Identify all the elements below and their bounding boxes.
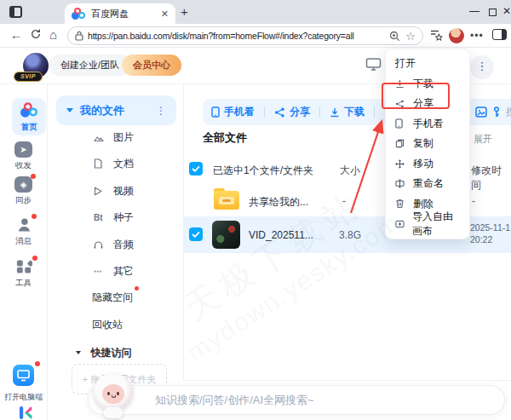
- context-menu: 打开 下载 分享 手机看 复制 移动 重命名 删除: [385, 49, 470, 239]
- bt-icon: Bt: [94, 213, 106, 222]
- workspaces-icon[interactable]: [9, 6, 22, 18]
- key-icon[interactable]: [493, 106, 500, 118]
- back-button[interactable]: ←: [10, 28, 22, 42]
- tools-grid-icon: [0, 258, 47, 275]
- document-icon: [94, 158, 106, 169]
- rail-item-open-pc[interactable]: 打开电脑端: [0, 365, 47, 403]
- search-input[interactable]: 搜: [506, 105, 511, 119]
- rail-item-home[interactable]: 首页: [12, 98, 46, 135]
- home-button[interactable]: ⌂: [49, 27, 57, 42]
- canvas-icon: [395, 220, 405, 228]
- split-screen-icon[interactable]: [492, 29, 507, 40]
- select-all-checkbox[interactable]: [189, 162, 203, 175]
- tab-close-icon[interactable]: ✕: [161, 9, 169, 20]
- k-app-logo-icon[interactable]: [18, 406, 33, 420]
- phone-icon: [211, 106, 220, 118]
- header-more-button[interactable]: ⋮: [470, 55, 494, 79]
- quick-access-arrow-icon[interactable]: [76, 351, 81, 354]
- rail-item-sync[interactable]: ◈ 同步: [0, 175, 47, 206]
- rail-item-tools[interactable]: 工具: [0, 258, 47, 289]
- menu-item-import-canvas[interactable]: 导入自由画布: [386, 214, 469, 234]
- window-minimize-button[interactable]: —: [469, 5, 479, 17]
- rail-item-messages[interactable]: 消息: [0, 216, 47, 247]
- window-maximize-button[interactable]: [489, 9, 497, 16]
- column-size[interactable]: 大小: [340, 164, 360, 178]
- sidebar-item-torrents[interactable]: Bt 种子: [94, 210, 134, 224]
- new-tab-button[interactable]: +: [181, 4, 188, 19]
- browser-profile-avatar[interactable]: [449, 28, 464, 43]
- collections-icon[interactable]: [429, 29, 443, 42]
- vip-center-button[interactable]: 会员中心: [122, 55, 181, 76]
- sync-notification-dot: [31, 174, 36, 179]
- tab-title: 百度网盘: [91, 8, 161, 20]
- send-receive-icon: ➤: [14, 141, 32, 158]
- menu-item-move[interactable]: 移动: [386, 154, 469, 175]
- tools-notification-dot: [32, 256, 37, 261]
- copy-icon: [395, 139, 405, 148]
- person-icon: [0, 216, 47, 233]
- rename-icon: [395, 179, 405, 188]
- sidebar-item-recycle-bin[interactable]: 回收站: [92, 316, 123, 332]
- browser-tab[interactable]: 百度网盘 ✕: [65, 3, 175, 24]
- menu-item-phone-view[interactable]: 手机看: [386, 114, 469, 135]
- sidebar-item-documents[interactable]: 文档: [94, 157, 134, 170]
- baidu-netdisk-window: 百度网盘 ✕ + — ✕ ← ⌂ https://pan.baidu.com/d…: [0, 0, 511, 420]
- rail-home-label: 首页: [12, 122, 46, 133]
- share-button[interactable]: 分享: [274, 105, 310, 119]
- row-checkbox-checked[interactable]: [189, 227, 203, 241]
- collapse-arrow-icon[interactable]: [66, 108, 73, 112]
- device-transfer-icon[interactable]: [365, 57, 382, 72]
- ai-mascot[interactable]: [92, 373, 138, 420]
- url-text[interactable]: https://pan.baidu.com/disk/main?from=hom…: [88, 31, 384, 41]
- sidebar-item-my-files[interactable]: 我的文件 ⋮: [56, 95, 176, 125]
- menu-item-rename[interactable]: 重命名: [386, 174, 469, 194]
- menu-item-copy[interactable]: 复制: [386, 134, 469, 154]
- image-view-icon[interactable]: [475, 106, 487, 118]
- sidebar-item-other[interactable]: ⋯ 其它: [94, 264, 134, 278]
- move-icon: [395, 159, 405, 169]
- messages-notification-dot: [32, 214, 37, 219]
- pc-client-notification-dot: [35, 361, 40, 366]
- zoom-page-icon[interactable]: [389, 31, 400, 42]
- browser-menu-icon[interactable]: •••: [470, 30, 484, 42]
- content-bottom-divider: [183, 380, 511, 381]
- video-thumbnail: [212, 221, 240, 249]
- reload-button[interactable]: [30, 28, 42, 40]
- phone-view-button[interactable]: 手机看: [211, 105, 255, 119]
- baidu-pan-logo-icon: [20, 102, 37, 118]
- headphones-icon: [94, 240, 106, 250]
- address-bar[interactable]: https://pan.baidu.com/disk/main?from=hom…: [67, 26, 423, 45]
- annotation-highlight-share: [382, 83, 450, 109]
- folder-icon: [214, 191, 239, 210]
- download-icon: [330, 107, 340, 118]
- sidebar-item-pictures[interactable]: 图片: [94, 130, 134, 144]
- video-play-icon: [94, 187, 106, 196]
- rail-item-transfer[interactable]: ➤ 收发: [0, 141, 47, 171]
- download-button[interactable]: 下载: [330, 105, 365, 119]
- ai-search-bar[interactable]: [88, 385, 505, 415]
- phone-icon: [395, 118, 405, 129]
- my-files-more-icon[interactable]: ⋮: [156, 105, 166, 117]
- ellipsis-icon: ⋯: [94, 267, 106, 276]
- pc-client-icon: [13, 365, 34, 386]
- sidebar-item-quick-access[interactable]: 快捷访问: [76, 344, 131, 360]
- lock-icon: [75, 31, 83, 41]
- favorite-star-icon[interactable]: ☆: [405, 30, 416, 43]
- my-files-label: 我的文件: [80, 103, 156, 118]
- menu-item-open[interactable]: 打开: [386, 54, 469, 74]
- ai-search-input[interactable]: [153, 393, 477, 407]
- sidebar-item-videos[interactable]: 视频: [94, 184, 134, 198]
- sidebar-item-hidden-space[interactable]: 隐藏空间: [92, 289, 133, 305]
- create-team-button[interactable]: 创建企业/团队: [49, 55, 131, 76]
- sidebar-item-audio[interactable]: 音频: [94, 238, 134, 251]
- sync-icon: ◈: [14, 176, 32, 193]
- pictures-icon: [94, 133, 106, 142]
- selected-info: 已选中1个文件/文件夹: [213, 164, 313, 178]
- window-close-button[interactable]: ✕: [502, 5, 511, 17]
- share-icon: [274, 107, 285, 118]
- trash-icon: [395, 198, 405, 209]
- hidden-space-dot: [135, 286, 139, 291]
- vip-badge: SVIP: [14, 72, 43, 82]
- rail-divider: [47, 83, 48, 420]
- expand-toggle[interactable]: 展开: [474, 133, 492, 146]
